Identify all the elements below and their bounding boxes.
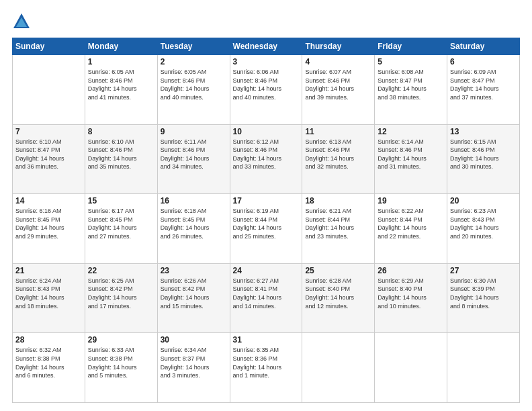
calendar-cell: 3Sunrise: 6:06 AM Sunset: 8:46 PM Daylig… (230, 55, 302, 125)
weekday-header: Saturday (447, 38, 520, 55)
calendar-header: SundayMondayTuesdayWednesdayThursdayFrid… (13, 38, 520, 55)
day-info: Sunrise: 6:27 AM Sunset: 8:41 PM Dayligh… (233, 277, 300, 310)
calendar-cell: 5Sunrise: 6:08 AM Sunset: 8:47 PM Daylig… (375, 55, 447, 125)
weekday-header: Tuesday (157, 38, 230, 55)
calendar-cell (302, 333, 375, 403)
day-number: 23 (161, 266, 227, 275)
calendar-cell: 27Sunrise: 6:30 AM Sunset: 8:39 PM Dayli… (447, 263, 520, 333)
calendar-cell: 2Sunrise: 6:05 AM Sunset: 8:46 PM Daylig… (157, 55, 230, 125)
day-number: 9 (161, 127, 227, 136)
calendar-cell: 10Sunrise: 6:12 AM Sunset: 8:46 PM Dayli… (230, 124, 302, 194)
day-number: 27 (450, 266, 517, 275)
calendar-cell: 12Sunrise: 6:14 AM Sunset: 8:46 PM Dayli… (375, 124, 447, 194)
calendar-cell: 6Sunrise: 6:09 AM Sunset: 8:47 PM Daylig… (447, 55, 520, 125)
calendar-cell: 1Sunrise: 6:05 AM Sunset: 8:46 PM Daylig… (85, 55, 157, 125)
day-info: Sunrise: 6:10 AM Sunset: 8:47 PM Dayligh… (15, 138, 82, 171)
calendar-week-row: 28Sunrise: 6:32 AM Sunset: 8:38 PM Dayli… (13, 333, 520, 403)
day-number: 30 (161, 335, 227, 345)
day-info: Sunrise: 6:26 AM Sunset: 8:42 PM Dayligh… (161, 277, 227, 310)
day-info: Sunrise: 6:05 AM Sunset: 8:46 PM Dayligh… (161, 68, 227, 101)
calendar-cell: 26Sunrise: 6:29 AM Sunset: 8:40 PM Dayli… (375, 263, 447, 333)
day-number: 6 (450, 57, 517, 66)
day-number: 24 (233, 266, 300, 275)
day-info: Sunrise: 6:34 AM Sunset: 8:37 PM Dayligh… (161, 346, 227, 379)
day-number: 10 (233, 127, 300, 136)
day-info: Sunrise: 6:32 AM Sunset: 8:38 PM Dayligh… (15, 346, 82, 379)
calendar-cell: 28Sunrise: 6:32 AM Sunset: 8:38 PM Dayli… (13, 333, 85, 403)
day-info: Sunrise: 6:17 AM Sunset: 8:45 PM Dayligh… (88, 207, 154, 240)
calendar-cell: 14Sunrise: 6:16 AM Sunset: 8:45 PM Dayli… (13, 194, 85, 264)
day-number: 1 (88, 57, 154, 66)
calendar-cell: 23Sunrise: 6:26 AM Sunset: 8:42 PM Dayli… (157, 263, 230, 333)
weekday-header: Monday (85, 38, 157, 55)
calendar-week-row: 1Sunrise: 6:05 AM Sunset: 8:46 PM Daylig… (13, 55, 520, 125)
day-number: 20 (450, 196, 517, 205)
weekday-header: Wednesday (230, 38, 302, 55)
day-info: Sunrise: 6:08 AM Sunset: 8:47 PM Dayligh… (378, 68, 444, 101)
day-number: 2 (161, 57, 227, 66)
calendar-cell: 7Sunrise: 6:10 AM Sunset: 8:47 PM Daylig… (13, 124, 85, 194)
header (12, 12, 520, 31)
day-number: 8 (88, 127, 154, 136)
day-number: 22 (88, 266, 154, 275)
calendar-week-row: 7Sunrise: 6:10 AM Sunset: 8:47 PM Daylig… (13, 124, 520, 194)
calendar: SundayMondayTuesdayWednesdayThursdayFrid… (12, 38, 520, 403)
day-number: 19 (378, 196, 444, 205)
day-info: Sunrise: 6:21 AM Sunset: 8:44 PM Dayligh… (305, 207, 371, 240)
calendar-cell: 13Sunrise: 6:15 AM Sunset: 8:46 PM Dayli… (447, 124, 520, 194)
logo-icon (12, 12, 31, 31)
day-info: Sunrise: 6:07 AM Sunset: 8:46 PM Dayligh… (305, 68, 371, 101)
calendar-cell: 4Sunrise: 6:07 AM Sunset: 8:46 PM Daylig… (302, 55, 375, 125)
weekday-row: SundayMondayTuesdayWednesdayThursdayFrid… (13, 38, 520, 55)
calendar-cell: 17Sunrise: 6:19 AM Sunset: 8:44 PM Dayli… (230, 194, 302, 264)
calendar-cell: 25Sunrise: 6:28 AM Sunset: 8:40 PM Dayli… (302, 263, 375, 333)
weekday-header: Thursday (302, 38, 375, 55)
day-number: 16 (161, 196, 227, 205)
day-info: Sunrise: 6:14 AM Sunset: 8:46 PM Dayligh… (378, 138, 444, 171)
weekday-header: Sunday (13, 38, 85, 55)
day-number: 5 (378, 57, 444, 66)
calendar-cell (447, 333, 520, 403)
day-info: Sunrise: 6:15 AM Sunset: 8:46 PM Dayligh… (450, 138, 517, 171)
day-info: Sunrise: 6:13 AM Sunset: 8:46 PM Dayligh… (305, 138, 371, 171)
calendar-cell: 9Sunrise: 6:11 AM Sunset: 8:46 PM Daylig… (157, 124, 230, 194)
day-info: Sunrise: 6:25 AM Sunset: 8:42 PM Dayligh… (88, 277, 154, 310)
day-info: Sunrise: 6:29 AM Sunset: 8:40 PM Dayligh… (378, 277, 444, 310)
day-info: Sunrise: 6:16 AM Sunset: 8:45 PM Dayligh… (15, 207, 82, 240)
day-info: Sunrise: 6:09 AM Sunset: 8:47 PM Dayligh… (450, 68, 517, 101)
day-info: Sunrise: 6:24 AM Sunset: 8:43 PM Dayligh… (15, 277, 82, 310)
calendar-cell: 24Sunrise: 6:27 AM Sunset: 8:41 PM Dayli… (230, 263, 302, 333)
day-info: Sunrise: 6:06 AM Sunset: 8:46 PM Dayligh… (233, 68, 300, 101)
day-number: 4 (305, 57, 371, 66)
day-number: 18 (305, 196, 371, 205)
calendar-cell: 20Sunrise: 6:23 AM Sunset: 8:43 PM Dayli… (447, 194, 520, 264)
page: SundayMondayTuesdayWednesdayThursdayFrid… (0, 0, 532, 411)
calendar-cell: 15Sunrise: 6:17 AM Sunset: 8:45 PM Dayli… (85, 194, 157, 264)
calendar-cell (375, 333, 447, 403)
day-number: 11 (305, 127, 371, 136)
calendar-cell: 19Sunrise: 6:22 AM Sunset: 8:44 PM Dayli… (375, 194, 447, 264)
day-number: 29 (88, 335, 154, 345)
day-info: Sunrise: 6:22 AM Sunset: 8:44 PM Dayligh… (378, 207, 444, 240)
day-number: 14 (15, 196, 82, 205)
day-info: Sunrise: 6:28 AM Sunset: 8:40 PM Dayligh… (305, 277, 371, 310)
calendar-cell: 30Sunrise: 6:34 AM Sunset: 8:37 PM Dayli… (157, 333, 230, 403)
calendar-body: 1Sunrise: 6:05 AM Sunset: 8:46 PM Daylig… (13, 55, 520, 403)
calendar-cell: 8Sunrise: 6:10 AM Sunset: 8:46 PM Daylig… (85, 124, 157, 194)
day-number: 17 (233, 196, 300, 205)
calendar-cell: 22Sunrise: 6:25 AM Sunset: 8:42 PM Dayli… (85, 263, 157, 333)
day-info: Sunrise: 6:30 AM Sunset: 8:39 PM Dayligh… (450, 277, 517, 310)
day-info: Sunrise: 6:10 AM Sunset: 8:46 PM Dayligh… (88, 138, 154, 171)
weekday-header: Friday (375, 38, 447, 55)
calendar-cell: 18Sunrise: 6:21 AM Sunset: 8:44 PM Dayli… (302, 194, 375, 264)
day-info: Sunrise: 6:19 AM Sunset: 8:44 PM Dayligh… (233, 207, 300, 240)
day-number: 15 (88, 196, 154, 205)
calendar-week-row: 21Sunrise: 6:24 AM Sunset: 8:43 PM Dayli… (13, 263, 520, 333)
day-info: Sunrise: 6:35 AM Sunset: 8:36 PM Dayligh… (233, 346, 300, 379)
day-info: Sunrise: 6:18 AM Sunset: 8:45 PM Dayligh… (161, 207, 227, 240)
day-number: 31 (233, 335, 300, 345)
day-number: 12 (378, 127, 444, 136)
calendar-cell: 21Sunrise: 6:24 AM Sunset: 8:43 PM Dayli… (13, 263, 85, 333)
logo (12, 12, 34, 31)
day-number: 25 (305, 266, 371, 275)
